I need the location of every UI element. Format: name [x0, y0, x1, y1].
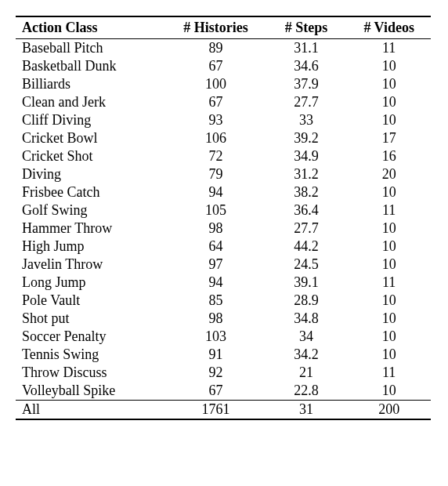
- cell-videos: 10: [347, 328, 431, 346]
- cell-videos: 10: [347, 310, 431, 328]
- cell-action-class: Hammer Throw: [16, 219, 166, 238]
- cell-action-class: Frisbee Catch: [16, 183, 166, 201]
- table-row: Baseball Pitch8931.111: [16, 39, 431, 58]
- cell-histories: 67: [166, 57, 265, 75]
- table-row: Cliff Diving933310: [16, 111, 431, 129]
- table-row: Soccer Penalty1033410: [16, 328, 431, 346]
- cell-action-class: Golf Swing: [16, 201, 166, 219]
- cell-histories: 106: [166, 129, 265, 147]
- cell-steps: 21: [266, 364, 348, 382]
- cell-videos: 10: [347, 75, 431, 93]
- cell-steps: 31.2: [266, 165, 348, 183]
- cell-steps: 39.1: [266, 274, 348, 292]
- cell-histories: 98: [166, 310, 265, 328]
- cell-histories: 98: [166, 219, 265, 238]
- cell-steps: 24.5: [266, 256, 348, 274]
- header-steps: # Steps: [266, 16, 348, 39]
- cell-videos: 10: [347, 292, 431, 310]
- cell-videos: 10: [347, 93, 431, 111]
- cell-action-class: Pole Vault: [16, 292, 166, 310]
- cell-histories: 79: [166, 165, 265, 183]
- table-row: Frisbee Catch9438.210: [16, 183, 431, 201]
- cell-steps: 34.6: [266, 57, 348, 75]
- table-row: Diving7931.220: [16, 165, 431, 183]
- cell-action-class: Cricket Shot: [16, 147, 166, 165]
- table-row: Basketball Dunk6734.610: [16, 57, 431, 75]
- cell-histories: 92: [166, 364, 265, 382]
- table-row: High Jump6444.210: [16, 238, 431, 256]
- cell-videos: 16: [347, 147, 431, 165]
- table-row: Pole Vault8528.910: [16, 292, 431, 310]
- cell-videos: 11: [347, 39, 431, 58]
- cell-histories: 91: [166, 346, 265, 364]
- cell-steps: 37.9: [266, 75, 348, 93]
- cell-action-class: Cliff Diving: [16, 111, 166, 129]
- cell-action-class: Throw Discuss: [16, 364, 166, 382]
- cell-action-class: Baseball Pitch: [16, 39, 166, 58]
- cell-steps: 33: [266, 111, 348, 129]
- cell-histories: 67: [166, 93, 265, 111]
- action-stats-table: Action Class # Histories # Steps # Video…: [16, 16, 431, 420]
- cell-histories: 94: [166, 274, 265, 292]
- cell-videos: 10: [347, 219, 431, 238]
- summary-action-class: All: [16, 401, 166, 420]
- cell-steps: 36.4: [266, 201, 348, 219]
- cell-steps: 28.9: [266, 292, 348, 310]
- cell-videos: 20: [347, 165, 431, 183]
- table-row: Hammer Throw9827.710: [16, 219, 431, 238]
- cell-histories: 94: [166, 183, 265, 201]
- table-summary-row: All 1761 31 200: [16, 401, 431, 420]
- cell-action-class: Cricket Bowl: [16, 129, 166, 147]
- cell-histories: 100: [166, 75, 265, 93]
- cell-videos: 10: [347, 111, 431, 129]
- cell-videos: 11: [347, 201, 431, 219]
- cell-action-class: Soccer Penalty: [16, 328, 166, 346]
- table-row: Billiards10037.910: [16, 75, 431, 93]
- cell-videos: 10: [347, 238, 431, 256]
- table-row: Volleyball Spike6722.810: [16, 382, 431, 401]
- cell-histories: 89: [166, 39, 265, 58]
- cell-action-class: Javelin Throw: [16, 256, 166, 274]
- cell-histories: 72: [166, 147, 265, 165]
- cell-steps: 34.9: [266, 147, 348, 165]
- cell-steps: 34.2: [266, 346, 348, 364]
- cell-steps: 34.8: [266, 310, 348, 328]
- cell-action-class: Volleyball Spike: [16, 382, 166, 401]
- table-row: Cricket Shot7234.916: [16, 147, 431, 165]
- cell-steps: 39.2: [266, 129, 348, 147]
- cell-videos: 10: [347, 183, 431, 201]
- summary-histories: 1761: [166, 401, 265, 420]
- cell-steps: 22.8: [266, 382, 348, 401]
- cell-steps: 44.2: [266, 238, 348, 256]
- cell-videos: 10: [347, 57, 431, 75]
- table-row: Throw Discuss922111: [16, 364, 431, 382]
- summary-videos: 200: [347, 401, 431, 420]
- cell-action-class: Diving: [16, 165, 166, 183]
- cell-videos: 11: [347, 364, 431, 382]
- cell-videos: 10: [347, 256, 431, 274]
- table-row: Cricket Bowl10639.217: [16, 129, 431, 147]
- cell-videos: 10: [347, 346, 431, 364]
- table-row: Tennis Swing9134.210: [16, 346, 431, 364]
- cell-videos: 17: [347, 129, 431, 147]
- table-row: Clean and Jerk6727.710: [16, 93, 431, 111]
- cell-steps: 34: [266, 328, 348, 346]
- cell-histories: 67: [166, 382, 265, 401]
- cell-steps: 27.7: [266, 219, 348, 238]
- header-action-class: Action Class: [16, 16, 166, 39]
- cell-action-class: Billiards: [16, 75, 166, 93]
- cell-histories: 93: [166, 111, 265, 129]
- table-header-row: Action Class # Histories # Steps # Video…: [16, 16, 431, 39]
- summary-steps: 31: [266, 401, 348, 420]
- table-row: Long Jump9439.111: [16, 274, 431, 292]
- cell-action-class: High Jump: [16, 238, 166, 256]
- cell-action-class: Long Jump: [16, 274, 166, 292]
- header-histories: # Histories: [166, 16, 265, 39]
- cell-action-class: Clean and Jerk: [16, 93, 166, 111]
- cell-action-class: Tennis Swing: [16, 346, 166, 364]
- cell-action-class: Basketball Dunk: [16, 57, 166, 75]
- cell-steps: 38.2: [266, 183, 348, 201]
- cell-histories: 103: [166, 328, 265, 346]
- table-row: Golf Swing10536.411: [16, 201, 431, 219]
- cell-histories: 105: [166, 201, 265, 219]
